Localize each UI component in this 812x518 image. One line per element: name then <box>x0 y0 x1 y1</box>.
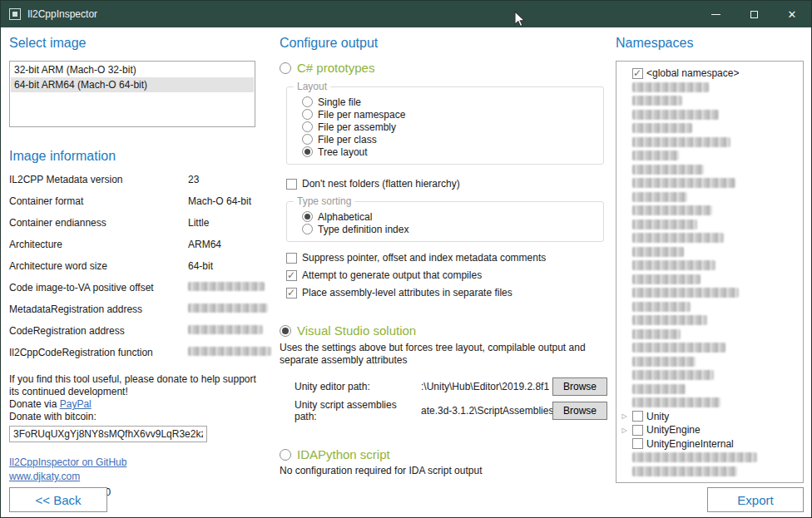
info-row: IL2CPP Metadata version23 <box>9 174 271 195</box>
namespace-row[interactable] <box>620 81 800 95</box>
unity-editor-browse-button[interactable]: Browse <box>552 377 607 396</box>
unity-assemblies-browse-button[interactable]: Browse <box>552 402 607 420</box>
radio-icon <box>302 211 313 222</box>
namespace-redacted <box>632 96 682 106</box>
namespace-row[interactable] <box>620 451 800 465</box>
namespace-redacted <box>632 357 696 367</box>
layout-groupbox: Layout Single fileFile per namespaceFile… <box>286 86 604 165</box>
select-image-heading: Select image <box>9 36 271 51</box>
layout-options: Single fileFile per namespaceFile per as… <box>295 96 603 158</box>
info-row: Il2CppCodeRegistration function <box>9 347 271 368</box>
checkbox-icon <box>632 68 643 79</box>
bitcoin-address-input[interactable] <box>9 426 207 442</box>
namespace-row[interactable] <box>620 245 800 259</box>
vs-solution-radio[interactable]: Visual Studio solution <box>280 323 607 338</box>
namespace-row[interactable] <box>620 204 800 218</box>
namespace-row[interactable] <box>620 149 800 163</box>
namespace-row[interactable]: UnityEngineInternal <box>620 437 800 451</box>
minimize-button[interactable] <box>696 1 735 27</box>
paypal-link[interactable]: PayPal <box>60 398 92 410</box>
namespace-tree[interactable]: <global namespace>▷Unity▷UnityEngineUnit… <box>616 61 804 483</box>
namespace-row[interactable] <box>620 121 800 136</box>
namespace-row[interactable] <box>620 231 800 245</box>
configure-output-heading: Configure output <box>280 36 607 51</box>
namespace-row[interactable] <box>620 163 800 177</box>
output-option-checkbox[interactable]: Suppress pointer, offset and index metad… <box>286 252 607 264</box>
website-link[interactable]: www.djkaty.com <box>9 470 80 483</box>
maximize-button[interactable] <box>735 1 773 27</box>
namespace-row[interactable] <box>620 396 800 410</box>
namespace-redacted <box>632 233 724 243</box>
namespaces-panel: Namespaces <global namespace>▷Unity▷Unit… <box>607 27 812 518</box>
output-option-checkbox[interactable]: Place assembly-level attributes in separ… <box>286 287 607 298</box>
info-value-redacted <box>188 282 265 291</box>
image-listbox[interactable]: 32-bit ARM (Mach-O 32-bit)64-bit ARM64 (… <box>9 61 255 127</box>
idapython-radio[interactable]: IDAPython script <box>280 447 607 461</box>
namespaces-heading: Namespaces <box>616 36 804 51</box>
vs-solution-description: Uses the settings above but forces tree … <box>280 342 606 367</box>
namespace-row[interactable] <box>620 300 800 314</box>
namespace-row[interactable] <box>620 355 800 369</box>
namespace-label: UnityEngine <box>646 424 701 436</box>
checkbox-icon <box>286 179 297 190</box>
namespace-row[interactable] <box>620 94 800 108</box>
namespace-row[interactable] <box>620 190 800 205</box>
namespace-row[interactable] <box>620 313 800 328</box>
namespace-redacted <box>632 343 725 353</box>
namespace-redacted <box>632 329 681 339</box>
radio-label: Tree layout <box>318 146 368 158</box>
namespace-row[interactable] <box>620 368 800 382</box>
info-label: Architecture <box>9 239 188 250</box>
layout-option[interactable]: File per assembly <box>295 121 603 133</box>
layout-group-title: Layout <box>294 81 330 92</box>
output-option-checkbox[interactable]: Attempt to generate output that compiles <box>286 269 607 281</box>
namespace-row[interactable] <box>620 286 800 300</box>
namespace-redacted <box>632 205 712 215</box>
checkbox-icon <box>632 438 643 449</box>
namespace-row[interactable] <box>620 341 800 355</box>
namespace-redacted <box>632 370 714 380</box>
title-bar[interactable]: Il2CppInspector ✕ <box>1 1 811 27</box>
info-label: Architecture word size <box>9 260 188 272</box>
image-list-item[interactable]: 64-bit ARM64 (Mach-O 64-bit) <box>11 77 254 92</box>
back-button[interactable]: << Back <box>9 487 107 512</box>
csharp-prototypes-radio[interactable]: C# prototypes <box>280 61 607 75</box>
namespace-row[interactable] <box>620 328 800 342</box>
namespace-row[interactable] <box>620 136 800 150</box>
type-sorting-option[interactable]: Type definition index <box>295 223 603 235</box>
radio-icon <box>280 62 291 74</box>
radio-label: Alphabetical <box>318 211 372 223</box>
namespace-row[interactable] <box>620 108 800 122</box>
github-link[interactable]: Il2CppInspector on GitHub <box>9 456 126 469</box>
namespace-row[interactable]: ▷Unity <box>620 410 800 424</box>
window-title: Il2CppInspector <box>27 8 97 20</box>
flatten-checkbox-label: Don't nest folders (flatten hierarchy) <box>302 178 460 190</box>
namespace-row[interactable]: ▷UnityEngine <box>620 423 800 437</box>
layout-option[interactable]: Single file <box>295 96 603 108</box>
info-row: Container endiannessLittle <box>9 217 271 239</box>
type-sorting-option[interactable]: Alphabetical <box>295 210 603 223</box>
export-button[interactable]: Export <box>707 487 804 512</box>
namespace-row[interactable] <box>620 259 800 273</box>
layout-option[interactable]: File per class <box>295 133 603 146</box>
namespace-redacted <box>632 466 737 476</box>
namespace-row[interactable]: <global namespace> <box>620 67 800 81</box>
flatten-checkbox[interactable]: Don't nest folders (flatten hierarchy) <box>286 178 607 190</box>
csharp-prototypes-label: C# prototypes <box>297 61 374 75</box>
namespace-row[interactable] <box>620 218 800 232</box>
radio-icon <box>302 224 313 234</box>
namespace-redacted <box>632 82 709 92</box>
close-button[interactable]: ✕ <box>773 1 811 27</box>
expander-icon[interactable]: ▷ <box>620 427 629 434</box>
info-value: Little <box>188 217 209 229</box>
donate-via-text: Donate via <box>9 398 60 410</box>
namespace-row[interactable] <box>620 382 800 397</box>
namespace-row[interactable] <box>620 465 800 479</box>
layout-option[interactable]: Tree layout <box>295 146 603 158</box>
expander-icon[interactable]: ▷ <box>620 412 629 420</box>
namespace-row[interactable] <box>620 273 800 287</box>
layout-option[interactable]: File per namespace <box>295 108 603 121</box>
radio-icon <box>302 96 313 107</box>
image-list-item[interactable]: 32-bit ARM (Mach-O 32-bit) <box>11 62 254 77</box>
namespace-row[interactable] <box>620 176 800 190</box>
